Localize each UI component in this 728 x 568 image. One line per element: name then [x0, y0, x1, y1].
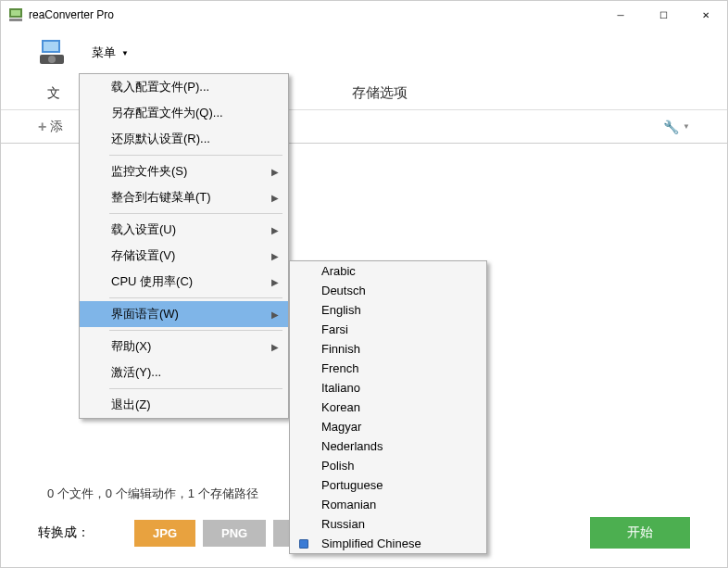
language-label: Simplified Chinese: [321, 536, 421, 550]
chevron-right-icon: ▶: [271, 193, 279, 203]
chevron-right-icon: ▶: [271, 342, 279, 352]
language-item[interactable]: Italiano: [290, 378, 486, 398]
menu-item[interactable]: 激活(Y)...: [80, 360, 288, 385]
window-controls: ─ ☐ ✕: [599, 1, 727, 29]
settings-button[interactable]: 🔧 ▼: [663, 120, 690, 134]
svg-point-6: [48, 56, 56, 63]
close-button[interactable]: ✕: [684, 1, 727, 29]
language-item[interactable]: Deutsch: [290, 281, 486, 300]
add-label: 添: [50, 119, 63, 135]
chevron-right-icon: ▶: [271, 277, 279, 287]
language-item[interactable]: Farsi: [290, 320, 486, 339]
language-label: Korean: [321, 400, 360, 414]
menu-item[interactable]: 存储设置(V)▶: [80, 243, 288, 269]
menu-separator: [109, 155, 282, 156]
menu-separator: [109, 213, 282, 214]
svg-rect-2: [9, 19, 22, 21]
svg-rect-1: [11, 10, 20, 16]
language-label: Polish: [321, 459, 354, 473]
app-icon: [8, 7, 23, 22]
start-button[interactable]: 开始: [590, 517, 690, 549]
chevron-right-icon: ▶: [271, 309, 279, 320]
menu-item[interactable]: 载入配置文件(P)...: [80, 74, 288, 100]
window-title: reaConverter Pro: [29, 8, 599, 21]
language-label: Romanian: [321, 498, 376, 511]
menu-item[interactable]: 监控文件夹(S)▶: [80, 158, 288, 184]
menu-item-label: 存储设置(V): [111, 247, 175, 264]
menu-separator: [109, 388, 282, 389]
menu-item[interactable]: 退出(Z): [80, 392, 288, 418]
language-item[interactable]: Arabic: [290, 261, 486, 281]
add-button[interactable]: + 添: [38, 119, 63, 135]
chevron-right-icon: ▶: [271, 251, 279, 261]
menu-item[interactable]: CPU 使用率(C)▶: [80, 269, 288, 295]
app-logo-icon: [38, 38, 68, 68]
language-label: Farsi: [321, 322, 348, 336]
toolbar: 菜单 ▼: [1, 29, 727, 77]
titlebar: reaConverter Pro ─ ☐ ✕: [1, 1, 727, 29]
dropdown-arrow-icon: ▼: [683, 122, 690, 131]
language-item[interactable]: Simplified Chinese: [290, 534, 486, 553]
language-label: Italiano: [321, 381, 360, 395]
language-item[interactable]: Magyar: [290, 417, 486, 436]
menu-item[interactable]: 整合到右键菜单(T)▶: [80, 184, 288, 210]
plus-icon: +: [38, 119, 46, 135]
dropdown-arrow-icon: ▼: [121, 49, 129, 57]
language-label: Russian: [321, 517, 365, 531]
language-item[interactable]: French: [290, 359, 486, 378]
menu-button-label: 菜单: [92, 44, 116, 61]
language-label: Nederlands: [321, 439, 383, 453]
chevron-right-icon: ▶: [271, 225, 279, 235]
menu-item-label: 另存配置文件为(Q)...: [111, 105, 223, 121]
language-item[interactable]: Russian: [290, 514, 486, 534]
menu-item[interactable]: 还原默认设置(R)...: [80, 126, 288, 152]
menu-item-label: 界面语言(W): [111, 306, 179, 322]
menu-separator: [109, 330, 282, 331]
maximize-button[interactable]: ☐: [642, 1, 684, 29]
language-submenu: ArabicDeutschEnglishFarsiFinnishFrenchIt…: [289, 260, 487, 554]
status-text: 0 个文件，0 个编辑动作，1 个存储路径: [47, 486, 258, 502]
wrench-icon: 🔧: [663, 120, 679, 134]
language-item[interactable]: Finnish: [290, 339, 486, 359]
language-item[interactable]: Polish: [290, 456, 486, 475]
menu-item-label: 载入配置文件(P)...: [111, 79, 209, 95]
minimize-button[interactable]: ─: [599, 1, 642, 29]
menu-separator: [109, 297, 282, 298]
format-jpg-button[interactable]: JPG: [134, 520, 195, 547]
format-png-button[interactable]: PNG: [203, 520, 266, 547]
menu-item[interactable]: 界面语言(W)▶: [80, 301, 288, 327]
menu-item[interactable]: 载入设置(U)▶: [80, 217, 288, 243]
menu-item[interactable]: 另存配置文件为(Q)...: [80, 100, 288, 126]
language-item[interactable]: Portuguese: [290, 475, 486, 495]
menu-item-label: 激活(Y)...: [111, 364, 161, 381]
menu-item[interactable]: 帮助(X)▶: [80, 334, 288, 360]
menu-item-label: 帮助(X): [111, 338, 151, 355]
convert-to-label: 转换成：: [38, 524, 90, 541]
svg-rect-4: [44, 42, 58, 51]
language-item[interactable]: English: [290, 300, 486, 320]
menu-item-label: 整合到右键菜单(T): [111, 189, 211, 206]
menu-item-label: 监控文件夹(S): [111, 163, 187, 180]
menu-item-label: 退出(Z): [111, 397, 151, 413]
language-label: Arabic: [321, 264, 356, 278]
language-label: Finnish: [321, 342, 360, 356]
menu-item-label: 还原默认设置(R)...: [111, 131, 210, 147]
menu-button[interactable]: 菜单 ▼: [82, 41, 138, 65]
menu-item-label: 载入设置(U): [111, 221, 176, 238]
language-item[interactable]: Nederlands: [290, 436, 486, 456]
main-menu-dropdown: 载入配置文件(P)...另存配置文件为(Q)...还原默认设置(R)...监控文…: [79, 73, 289, 419]
tab-files-partial[interactable]: 文: [38, 78, 69, 109]
language-label: Portuguese: [321, 478, 383, 492]
chevron-right-icon: ▶: [271, 167, 279, 177]
language-label: French: [321, 361, 358, 375]
menu-item-label: CPU 使用率(C): [111, 273, 193, 290]
language-label: Magyar: [321, 420, 361, 434]
language-label: English: [321, 303, 361, 317]
language-label: Deutsch: [321, 284, 366, 297]
language-item[interactable]: Romanian: [290, 495, 486, 514]
language-item[interactable]: Korean: [290, 398, 486, 417]
